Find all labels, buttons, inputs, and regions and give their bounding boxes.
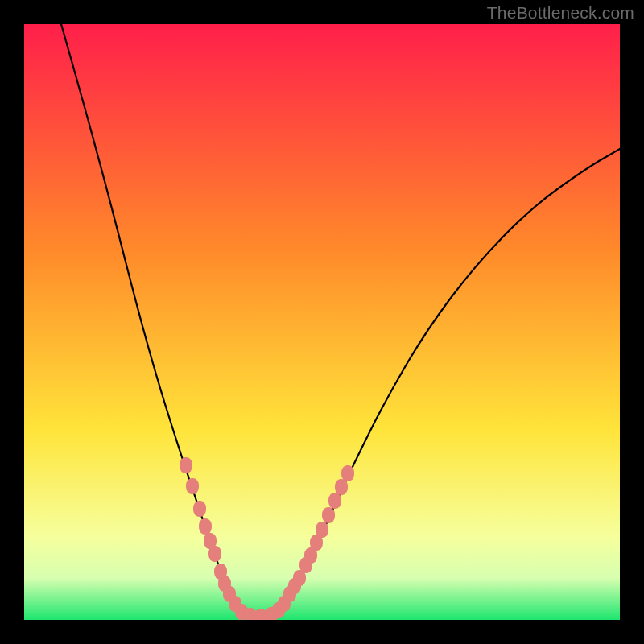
data-point: [316, 522, 328, 538]
chart-frame: TheBottleneck.com: [0, 0, 644, 644]
data-point: [199, 518, 212, 535]
data-point: [193, 501, 206, 517]
data-point: [186, 478, 199, 494]
curve-path: [61, 24, 620, 617]
data-point: [341, 465, 354, 481]
data-point: [335, 479, 348, 495]
watermark-text: TheBottleneck.com: [487, 3, 634, 23]
plot-area: [24, 24, 620, 620]
data-point: [322, 507, 335, 523]
highlighted-points: [180, 457, 354, 620]
data-point: [328, 493, 341, 509]
data-point: [180, 457, 192, 473]
bottleneck-curve: [24, 24, 620, 620]
data-point: [208, 546, 221, 562]
